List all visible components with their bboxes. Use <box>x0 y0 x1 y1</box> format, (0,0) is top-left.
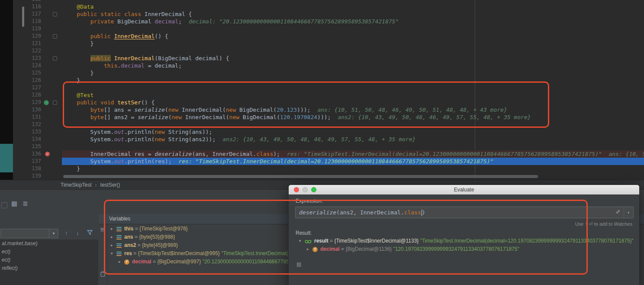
line-number[interactable]: 128 <box>13 91 41 99</box>
tool-window-stripe-icon[interactable] <box>1 202 7 208</box>
code-text[interactable] <box>62 47 644 55</box>
line-number[interactable]: 116 <box>13 3 41 10</box>
layout-settings-icon[interactable]: ≣ <box>23 200 28 207</box>
code-text[interactable]: InnerDecimal res = deserialize(ans, Inne… <box>62 150 644 158</box>
expression-history-dropdown-icon[interactable]: ▾ <box>627 210 630 215</box>
expand-chevron-icon[interactable]: ▾ <box>299 237 305 245</box>
line-number[interactable]: 127 <box>13 84 41 91</box>
expand-editor-icon[interactable] <box>582 203 621 222</box>
line-number[interactable]: 133 <box>13 128 41 136</box>
line-number[interactable]: 121 <box>13 40 41 47</box>
code-line[interactable]: 136✓ InnerDecimal res = deserialize(ans,… <box>13 150 644 158</box>
code-line[interactable]: 125 } <box>13 69 644 77</box>
result-row[interactable]: ▾result = {TimeSkipTest$InnerDecimal@113… <box>296 237 635 245</box>
code-line[interactable]: 124 this.decimal = decimal; <box>13 62 644 69</box>
line-number[interactable]: 124 <box>13 62 41 69</box>
code-text[interactable]: private BigDecimal decimal;decimal: "20.… <box>62 18 644 25</box>
code-text[interactable] <box>62 121 644 128</box>
code-text[interactable] <box>62 143 644 150</box>
editor-mini-scrollbar[interactable] <box>22 6 24 27</box>
code-text[interactable] <box>62 25 644 32</box>
horizontal-scrollbar[interactable] <box>63 175 538 178</box>
breakpoint-icon[interactable]: ✓ <box>45 152 50 156</box>
code-line[interactable]: 126 } <box>13 77 644 84</box>
code-line[interactable]: 132 <box>13 121 644 128</box>
line-number[interactable]: 135 <box>13 143 41 150</box>
run-marker-icon[interactable] <box>44 100 49 105</box>
line-number[interactable]: 125 <box>13 69 41 77</box>
code-text[interactable]: } <box>62 69 644 77</box>
frame-down-button[interactable]: ↓ <box>76 230 79 236</box>
stack-frame-item[interactable]: ect) <box>0 256 98 264</box>
code-text[interactable]: @Data <box>62 3 644 10</box>
code-text[interactable]: } <box>62 40 644 47</box>
line-number[interactable]: 130 <box>13 106 41 113</box>
line-number[interactable]: 119 <box>13 25 41 32</box>
code-text[interactable] <box>62 84 644 91</box>
fold-icon[interactable] <box>53 34 57 39</box>
code-line[interactable]: 120 public InnerDecimal() { <box>13 32 644 40</box>
code-line[interactable]: 123 public InnerDecimal(BigDecimal decim… <box>13 55 644 62</box>
breadcrumb-item-class[interactable]: TimeSkipTest <box>61 182 92 188</box>
expand-chevron-icon[interactable]: ▸ <box>307 245 312 253</box>
line-number[interactable]: 126 <box>13 77 41 84</box>
code-line[interactable]: 130 byte[] ans = serialize(new InnerDeci… <box>13 106 644 113</box>
minimize-icon[interactable] <box>303 187 308 192</box>
code-line[interactable]: 131 byte[] ans2 = serialize(new InnerDec… <box>13 113 644 121</box>
line-number[interactable]: 132 <box>13 121 41 128</box>
code-line[interactable]: 118 private BigDecimal decimal;decimal: … <box>13 18 644 25</box>
code-text[interactable]: @Test <box>62 91 644 99</box>
expand-chevron-icon[interactable]: ▸ <box>111 241 116 249</box>
code-line[interactable]: 122 <box>13 47 644 55</box>
stack-frame-item[interactable]: reflect) <box>0 264 98 272</box>
code-line[interactable]: 128 @Test <box>13 91 644 99</box>
close-icon[interactable] <box>294 187 299 192</box>
frame-up-button[interactable]: ↑ <box>65 230 68 236</box>
code-line[interactable]: 134 System.out.println(new String(ans2))… <box>13 136 644 143</box>
line-number[interactable]: 138 <box>13 165 41 172</box>
line-number[interactable]: 134 <box>13 136 41 143</box>
line-number[interactable]: 120 <box>13 32 41 40</box>
expression-input[interactable]: deserialize(ans2, InnerDecimal.class) ▾ <box>295 207 634 218</box>
clipboard-icon[interactable] <box>100 271 105 278</box>
expand-chevron-icon[interactable]: ▸ <box>111 225 116 233</box>
code-editor[interactable]: 115116 @Data117 public static class Inne… <box>13 0 644 180</box>
code-line[interactable]: 137 System.out.println(res);res: "TimeSk… <box>13 158 644 165</box>
code-line[interactable]: 135 <box>13 143 644 150</box>
code-line[interactable]: 116 @Data <box>13 3 644 10</box>
frames-combobox[interactable]: ▾ <box>0 229 58 238</box>
stack-frame-item[interactable]: al.market.base) <box>0 240 98 248</box>
code-text[interactable]: System.out.println(new String(ans2));ans… <box>62 136 644 143</box>
code-text[interactable]: public void testSer() { <box>62 99 644 106</box>
chevron-down-icon[interactable]: ▾ <box>49 229 58 238</box>
code-line[interactable]: 119 <box>13 25 644 32</box>
code-text[interactable]: System.out.println(new String(ans)); <box>62 128 644 136</box>
breadcrumb-item-method[interactable]: testSer() <box>100 182 120 188</box>
grid-view-icon[interactable]: ▦ <box>11 200 17 207</box>
code-line[interactable]: 115 <box>13 0 644 3</box>
expand-chevron-icon[interactable]: ▸ <box>111 233 116 241</box>
line-number[interactable]: 122 <box>13 47 41 55</box>
code-line[interactable]: 133 System.out.println(new String(ans)); <box>13 128 644 136</box>
fold-icon[interactable] <box>53 100 57 105</box>
line-number[interactable]: 131 <box>13 113 41 121</box>
line-number[interactable]: 117 <box>13 10 41 18</box>
code-line[interactable]: 138 } <box>13 165 644 172</box>
dialog-titlebar[interactable]: Evaluate <box>289 185 639 194</box>
code-text[interactable]: this.decimal = decimal; <box>62 62 644 69</box>
code-line[interactable]: 127 <box>13 84 644 91</box>
filter-icon[interactable] <box>87 230 93 236</box>
stack-frame-item[interactable]: ect) <box>0 248 98 256</box>
code-text[interactable]: System.out.println(res);res: "TimeSkipTe… <box>62 158 644 165</box>
code-line[interactable]: 121 } <box>13 40 644 47</box>
code-text[interactable]: } <box>62 165 644 172</box>
expand-chevron-icon[interactable]: ▾ <box>111 249 116 258</box>
code-text[interactable]: } <box>62 77 644 84</box>
panel-list-icon[interactable]: ▤ <box>100 227 105 232</box>
code-text[interactable] <box>62 0 644 3</box>
line-number[interactable]: 123 <box>13 55 41 62</box>
code-line[interactable]: 117 public static class InnerDecimal { <box>13 10 644 18</box>
line-number[interactable]: 129 <box>13 99 41 106</box>
code-text[interactable]: byte[] ans = serialize(new InnerDecimal(… <box>62 106 644 113</box>
code-text[interactable]: byte[] ans2 = serialize(new InnerDecimal… <box>62 113 644 121</box>
